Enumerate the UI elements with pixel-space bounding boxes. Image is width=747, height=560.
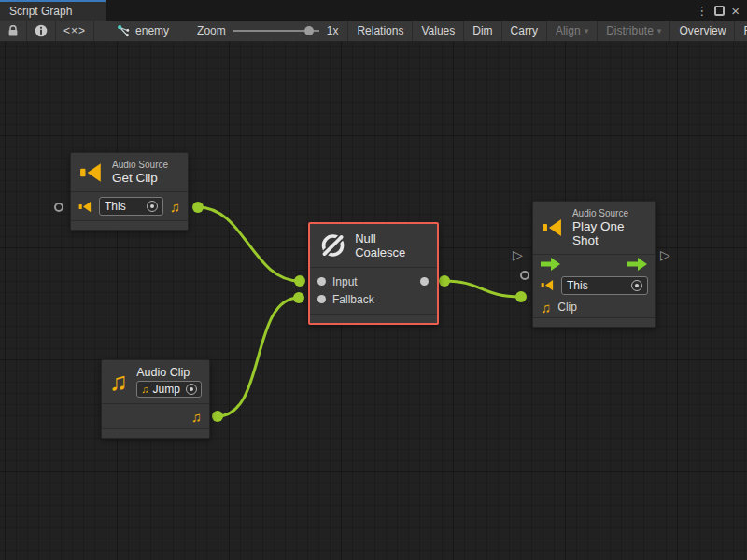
button-label: Carry [511,24,538,37]
audio-clip-icon: ♫ [141,385,148,395]
carry-button[interactable]: Carry [501,21,546,41]
connection-endpoint[interactable] [439,275,450,287]
node-header: ♫ Audio Clip ♫ Jump [102,360,209,404]
port-label: Fallback [332,293,374,306]
node-null-coalesce[interactable]: Null Coalesce Input Fallback [308,222,439,325]
relations-button[interactable]: Relations [347,21,412,41]
port-label: Clip [557,301,577,314]
this-object-field[interactable]: This [561,276,648,295]
node-header: Audio Source Get Clip [71,153,188,192]
audio-clip-icon: ♫ [109,370,128,395]
node-category: Audio Source [112,160,168,170]
distribute-dropdown[interactable]: Distribute ▾ [597,21,669,41]
maximize-icon[interactable] [714,6,725,16]
dim-button[interactable]: Dim [463,21,500,41]
node-title: Play One Shot [572,219,647,247]
button-label: Distribute [606,24,654,37]
tab-script-graph[interactable]: Script Graph [0,0,106,21]
this-object-field[interactable]: This [99,197,163,216]
connection-endpoint[interactable] [294,275,305,287]
zoom-label: Zoom [197,24,226,37]
node-title: Get Clip [112,171,168,185]
port-label: Input [332,275,358,288]
field-value: This [105,200,143,213]
info-button[interactable] [27,21,56,41]
connection-wire[interactable] [444,281,520,297]
clip-object-field[interactable]: ♫ Jump [136,381,202,398]
value-input-port[interactable] [520,271,529,280]
code-preview-toggle[interactable]: <×> [56,21,94,41]
zoom-control: Zoom 1x [197,21,347,41]
audio-source-icon [542,216,564,240]
button-label: Full Screen [743,24,747,37]
node-category: Audio Source [572,208,647,218]
node-header: Audio Source Play One Shot [533,202,655,255]
info-icon [35,24,48,37]
close-icon[interactable]: × [731,4,740,18]
flow-output-port[interactable]: ▷ [660,248,670,261]
flow-port-row [533,255,655,273]
graph-name: enemy [135,24,169,37]
zoom-slider[interactable] [233,24,319,37]
input-port[interactable] [317,277,326,286]
input-port-row: Input [310,273,437,290]
node-get-clip[interactable]: Audio Source Get Clip This ♫ [70,152,189,231]
full-screen-button[interactable]: Full Screen [734,21,747,41]
node-audio-clip[interactable]: ♫ Audio Clip ♫ Jump ♫ [101,359,210,439]
field-value: This [567,279,627,292]
audio-source-icon [79,161,104,185]
unity-visual-scripting-window: Script Graph ⋮ × <×> [0,0,747,560]
connection-endpoint[interactable] [515,291,527,302]
graph-canvas[interactable]: Audio Source Get Clip This ♫ [0,42,747,560]
audio-clip-output-icon: ♫ [191,410,202,424]
tab-title: Script Graph [9,5,72,18]
null-coalesce-icon [319,231,346,259]
node-footer [310,314,437,323]
button-label: Relations [357,24,403,37]
values-button[interactable]: Values [412,21,463,41]
connection-wire[interactable] [198,207,300,281]
button-label: Values [421,24,455,37]
connection-wire[interactable] [218,298,299,416]
window-menu-icon[interactable]: ⋮ [696,5,708,17]
node-title: Null Coalesce [355,231,428,259]
connection-endpoint[interactable] [192,202,204,213]
result-output-port[interactable] [420,277,429,286]
button-label: Dim [472,24,492,37]
flow-out-arrow-icon[interactable] [627,258,648,271]
node-footer [533,317,655,327]
graph-reference[interactable]: enemy [107,21,178,41]
connection-endpoint[interactable] [212,411,223,422]
lock-button[interactable] [0,21,27,41]
title-bar: Script Graph ⋮ × [0,0,747,21]
fallback-port[interactable] [317,295,326,303]
connection-endpoint[interactable] [293,292,304,303]
node-footer [102,428,209,438]
object-picker-icon[interactable] [186,384,197,395]
this-port-row: This ♫ [71,192,188,220]
node-header: Null Coalesce [310,224,437,268]
chevron-down-icon: ▾ [657,26,662,35]
node-footer [71,220,188,230]
object-picker-icon[interactable] [631,280,642,291]
align-dropdown[interactable]: Align ▾ [546,21,597,41]
node-title: Audio Clip [136,366,202,379]
this-port-row: This [533,273,655,297]
toolbar-buttons: Relations Values Dim Carry Align ▾ Distr… [347,21,747,41]
flow-input-port[interactable]: ▷ [513,248,523,261]
lock-icon [7,25,19,37]
node-play-one-shot[interactable]: Audio Source Play One Shot This [532,201,656,328]
zoom-slider-knob[interactable] [304,26,314,35]
object-picker-icon[interactable] [147,201,158,212]
overview-button[interactable]: Overview [669,21,734,41]
value-input-port[interactable] [54,203,63,212]
audio-clip-input-icon: ♫ [541,301,551,315]
window-controls: ⋮ × [696,0,747,21]
audio-clip-output-icon: ♫ [170,200,180,214]
graph-toolbar: <×> enemy Zoom 1x Relations Values [0,21,747,42]
field-value: Jump [153,383,183,396]
graph-icon [117,24,131,38]
zoom-value: 1x [327,24,339,37]
flow-in-arrow-icon[interactable] [541,258,561,271]
fallback-port-row: Fallback [310,290,437,308]
